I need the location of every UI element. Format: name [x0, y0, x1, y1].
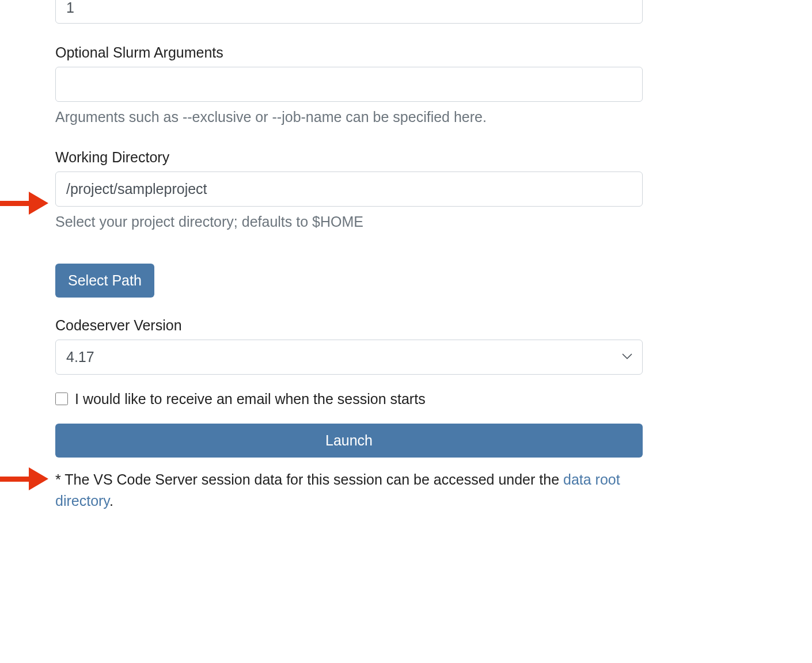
- footer-prefix: * The VS Code Server session data for th…: [55, 471, 563, 487]
- working-dir-label: Working Directory: [55, 149, 643, 166]
- slurm-args-group: Optional Slurm Arguments Arguments such …: [55, 44, 643, 127]
- slurm-args-input[interactable]: [55, 67, 643, 102]
- launch-button[interactable]: Launch: [55, 424, 643, 458]
- email-checkbox-row: I would like to receive an email when th…: [55, 391, 643, 407]
- slurm-args-label: Optional Slurm Arguments: [55, 44, 643, 61]
- slurm-args-help: Arguments such as --exclusive or --job-n…: [55, 106, 643, 127]
- codeserver-select[interactable]: 4.17: [55, 340, 643, 375]
- footer-note: * The VS Code Server session data for th…: [55, 469, 643, 512]
- select-path-button[interactable]: Select Path: [55, 264, 154, 298]
- working-dir-input[interactable]: [55, 172, 643, 207]
- working-dir-group: Working Directory Select your project di…: [55, 149, 643, 232]
- select-path-group: Select Path: [55, 264, 643, 298]
- numeric-input[interactable]: [55, 0, 643, 24]
- email-checkbox-label: I would like to receive an email when th…: [75, 391, 426, 407]
- working-dir-help: Select your project directory; defaults …: [55, 211, 643, 232]
- form-container: Optional Slurm Arguments Arguments such …: [55, 0, 643, 512]
- footer-suffix: .: [109, 493, 113, 509]
- partial-top-field: [55, 0, 643, 24]
- codeserver-group: Codeserver Version 4.17: [55, 317, 643, 375]
- email-checkbox[interactable]: [55, 393, 68, 405]
- codeserver-label: Codeserver Version: [55, 317, 643, 334]
